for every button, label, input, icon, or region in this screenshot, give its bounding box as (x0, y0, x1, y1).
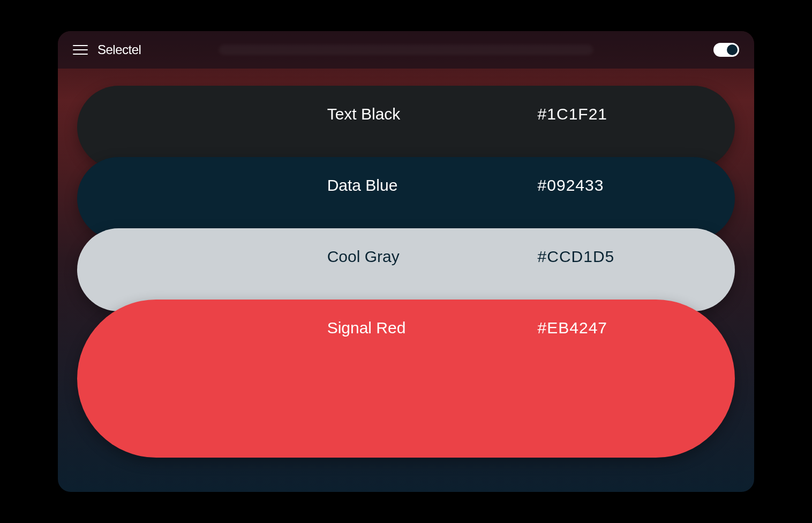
color-name: Data Blue (327, 176, 398, 195)
color-name: Text Black (327, 105, 401, 123)
color-name: Cool Gray (327, 248, 400, 266)
header-left: Selectel (73, 42, 141, 57)
color-hex: #EB4247 (538, 319, 607, 337)
menu-icon[interactable] (73, 45, 88, 55)
content: Text Black #1C1F21 Data Blue #092433 Coo… (58, 69, 754, 468)
color-pill-text-black[interactable]: Text Black #1C1F21 (77, 86, 735, 169)
color-stack: Text Black #1C1F21 Data Blue #092433 Coo… (77, 86, 735, 458)
color-pill-signal-red[interactable]: Signal Red #EB4247 (77, 300, 735, 458)
header-blurred-text (219, 44, 593, 55)
brand-label: Selectel (97, 42, 141, 57)
color-hex: #092433 (538, 176, 604, 195)
color-hex: #CCD1D5 (538, 248, 615, 266)
color-name: Signal Red (327, 319, 406, 337)
color-hex: #1C1F21 (538, 105, 607, 123)
app-window: Selectel Text Black #1C1F21 Data Blue #0… (58, 31, 754, 492)
color-pill-data-blue[interactable]: Data Blue #092433 (77, 157, 735, 240)
theme-toggle[interactable] (713, 43, 739, 57)
toggle-knob (727, 44, 738, 55)
header: Selectel (58, 31, 754, 69)
color-pill-cool-gray[interactable]: Cool Gray #CCD1D5 (77, 228, 735, 311)
